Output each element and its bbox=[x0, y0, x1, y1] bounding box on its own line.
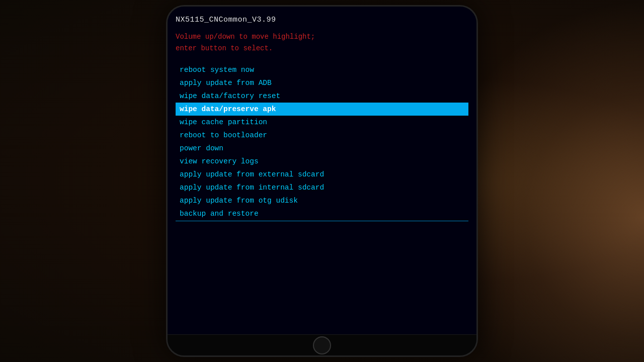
home-button[interactable] bbox=[313, 336, 331, 354]
phone-bottom-bar bbox=[168, 334, 476, 355]
menu-item-wipe-preserve-apk[interactable]: wipe data/preserve apk bbox=[176, 103, 468, 116]
phone-frame: NX5115_CNCommon_V3.99 Volume up/down to … bbox=[166, 5, 478, 357]
menu-item-reboot-system[interactable]: reboot system now bbox=[176, 63, 468, 76]
menu-item-apply-otg-udisk[interactable]: apply update from otg udisk bbox=[176, 194, 468, 207]
menu-item-wipe-factory[interactable]: wipe data/factory reset bbox=[176, 89, 468, 103]
phone-screen: NX5115_CNCommon_V3.99 Volume up/down to … bbox=[168, 7, 476, 334]
header-title: NX5115_CNCommon_V3.99 bbox=[176, 16, 468, 24]
menu-item-apply-external-sdcard[interactable]: apply update from external sdcard bbox=[176, 168, 468, 181]
instructions-text: Volume up/down to move highlight; enter … bbox=[176, 31, 468, 54]
menu-item-apply-internal-sdcard[interactable]: apply update from internal sdcard bbox=[176, 181, 468, 194]
instructions-line1: Volume up/down to move highlight; bbox=[176, 33, 315, 41]
menu-item-power-down[interactable]: power down bbox=[176, 142, 468, 155]
menu-item-view-recovery-logs[interactable]: view recovery logs bbox=[176, 155, 468, 168]
menu-item-wipe-cache[interactable]: wipe cache partition bbox=[176, 116, 468, 129]
menu-item-apply-update-adb[interactable]: apply update from ADB bbox=[176, 76, 468, 89]
menu-item-backup-restore[interactable]: backup and restore bbox=[176, 207, 468, 221]
instructions-line2: enter button to select. bbox=[176, 44, 273, 52]
recovery-menu: reboot system nowapply update from ADBwi… bbox=[176, 63, 468, 221]
menu-item-reboot-bootloader[interactable]: reboot to bootloader bbox=[176, 129, 468, 142]
